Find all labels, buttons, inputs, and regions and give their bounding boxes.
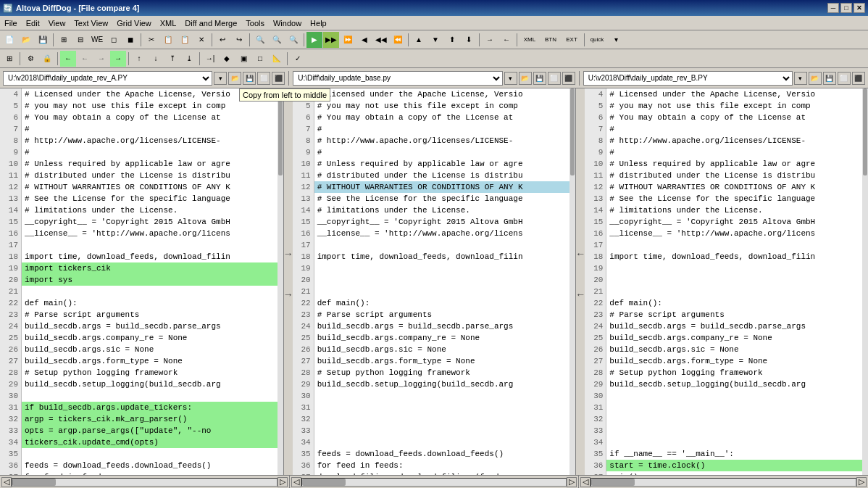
path-middle-arrow[interactable]: ▾ xyxy=(504,72,517,85)
tb2-btn16[interactable]: 📐 xyxy=(269,51,285,67)
tb-run2[interactable]: ▶▶ xyxy=(323,32,339,48)
tb2-btn13[interactable]: ◆ xyxy=(219,51,235,67)
tb-save[interactable]: 💾 xyxy=(35,32,51,48)
menu-item-text-view[interactable]: Text View xyxy=(70,16,112,30)
left-scrollbar[interactable] xyxy=(277,88,283,475)
menu-item-grid-view[interactable]: Grid View xyxy=(112,16,155,30)
tb2-btn2[interactable]: ⚙ xyxy=(22,51,38,67)
tb2-btn5[interactable]: ← xyxy=(77,51,93,67)
path-left-select[interactable]: U:\v2018\Diff\daily_update_rev_A.PY xyxy=(3,71,212,86)
tb2-btn1[interactable]: ⊞ xyxy=(1,51,17,67)
left-hscroll[interactable]: ◁ ▷ xyxy=(0,476,290,488)
path-right-open[interactable]: 📂 xyxy=(809,72,822,85)
middle-hscroll[interactable]: ◁ ▷ xyxy=(290,476,580,488)
tb-back2[interactable]: ◀◀ xyxy=(373,32,389,48)
tb2-btn8[interactable]: ↑ xyxy=(131,51,147,67)
menu-item-tools[interactable]: Tools xyxy=(241,16,269,30)
tb2-btn4[interactable]: ← xyxy=(60,51,76,67)
tb-paste[interactable]: 📋 xyxy=(177,32,193,48)
menu-item-view[interactable]: View xyxy=(44,16,70,30)
right-hscroll-track[interactable] xyxy=(591,478,856,487)
middle-scrollbar[interactable] xyxy=(569,88,575,475)
middle-hscroll-right[interactable]: ▷ xyxy=(567,477,577,487)
right-hscroll-thumb[interactable] xyxy=(591,479,635,486)
tb2-btn7[interactable]: → xyxy=(110,51,126,67)
middle-scroll-thumb[interactable] xyxy=(570,88,575,175)
minimize-button[interactable]: ─ xyxy=(827,3,839,13)
path-right-select[interactable]: U:\v2018\Diff\daily_update_rev_B.PY xyxy=(583,71,793,86)
menu-item-file[interactable]: File xyxy=(0,16,22,30)
tb-btn-btn[interactable]: BTN xyxy=(541,32,561,48)
tb-open[interactable]: 📂 xyxy=(18,32,34,48)
middle-hscroll-track[interactable] xyxy=(301,478,567,487)
tb-delete[interactable]: ✕ xyxy=(193,32,209,48)
path-left-btn1[interactable]: ⬜ xyxy=(257,72,270,85)
tb-btn5[interactable]: ◼ xyxy=(122,32,138,48)
path-middle-btn2[interactable]: ⬛ xyxy=(562,72,575,85)
middle-content[interactable]: 4567891011121314151617181920212223242526… xyxy=(293,88,576,475)
right-hscroll[interactable]: ◁ ▷ xyxy=(579,476,868,488)
tb-copy[interactable]: 📋 xyxy=(160,32,176,48)
tb-merge2[interactable]: ← xyxy=(498,32,514,48)
tb-btn2[interactable]: ⊟ xyxy=(72,32,88,48)
tb-down[interactable]: ▼ xyxy=(427,32,443,48)
tb-btn4[interactable]: ◻ xyxy=(106,32,122,48)
left-scroll-thumb[interactable] xyxy=(278,88,283,175)
tb-down2[interactable]: ⬇ xyxy=(461,32,477,48)
left-hscroll-thumb[interactable] xyxy=(12,479,56,486)
tb-undo[interactable]: ↩ xyxy=(214,32,230,48)
left-hscroll-right[interactable]: ▷ xyxy=(277,477,288,487)
path-right-btn2[interactable]: ⬛ xyxy=(852,72,865,85)
tb2-btn11[interactable]: ⤓ xyxy=(181,51,197,67)
right-scroll-thumb[interactable] xyxy=(863,88,867,175)
tb-run[interactable]: ▶ xyxy=(306,32,322,48)
path-left-arrow[interactable]: ▾ xyxy=(214,72,227,85)
middle-hscroll-left[interactable]: ◁ xyxy=(291,477,301,487)
path-left-open[interactable]: 📂 xyxy=(228,72,241,85)
tb-up[interactable]: ▲ xyxy=(411,32,427,48)
path-left-save[interactable]: 💾 xyxy=(243,72,256,85)
tb-merge1[interactable]: → xyxy=(482,32,498,48)
tb-back3[interactable]: ⏪ xyxy=(390,32,406,48)
tb-find3[interactable]: 🔍 xyxy=(285,32,301,48)
tb2-btn10[interactable]: ⤒ xyxy=(164,51,180,67)
tb-redo[interactable]: ↪ xyxy=(231,32,247,48)
path-middle-open[interactable]: 📂 xyxy=(519,72,532,85)
left-hscroll-left[interactable]: ◁ xyxy=(1,477,12,487)
path-right-btn1[interactable]: ⬜ xyxy=(838,72,851,85)
right-hscroll-right[interactable]: ▷ xyxy=(856,477,867,487)
tb-back[interactable]: ◀ xyxy=(356,32,372,48)
tb-btn-ext[interactable]: EXT xyxy=(562,32,582,48)
tb-new[interactable]: 📄 xyxy=(1,32,17,48)
tb2-btn9[interactable]: ↓ xyxy=(148,51,164,67)
menu-item-diff-and merge[interactable]: Diff and Merge xyxy=(180,16,241,30)
path-right-save[interactable]: 💾 xyxy=(823,72,836,85)
maximize-button[interactable]: □ xyxy=(840,3,852,13)
tb-find2[interactable]: 🔍 xyxy=(269,32,285,48)
tb-cut[interactable]: ✂ xyxy=(143,32,159,48)
tb-arrow[interactable]: ▾ xyxy=(608,32,624,48)
tb-btn3[interactable]: WE xyxy=(89,32,105,48)
tb2-btn3[interactable]: 🔒 xyxy=(39,51,55,67)
path-left-btn2[interactable]: ⬛ xyxy=(272,72,285,85)
tb2-btn12[interactable]: →| xyxy=(202,51,218,67)
path-middle-select[interactable]: U:\Diff\daily_update_base.py xyxy=(293,71,502,86)
left-content[interactable]: 4567891011121314151617181920212223242526… xyxy=(0,88,283,475)
path-middle-save[interactable]: 💾 xyxy=(533,72,546,85)
tb2-btn14[interactable]: ▣ xyxy=(235,51,251,67)
right-hscroll-left[interactable]: ◁ xyxy=(580,477,591,487)
tb2-btn6[interactable]: → xyxy=(93,51,109,67)
menu-item-window[interactable]: Window xyxy=(269,16,306,30)
tb-run3[interactable]: ⏩ xyxy=(340,32,356,48)
path-middle-btn1[interactable]: ⬜ xyxy=(548,72,561,85)
tb-xml[interactable]: XML xyxy=(519,32,540,48)
tb-up2[interactable]: ⬆ xyxy=(444,32,460,48)
path-right-arrow[interactable]: ▾ xyxy=(794,72,807,85)
tb2-btn15[interactable]: □ xyxy=(252,51,268,67)
menu-item-xml[interactable]: XML xyxy=(156,16,181,30)
right-scrollbar[interactable] xyxy=(862,88,868,475)
right-content[interactable]: 4567891011121314151617181920212223242526… xyxy=(585,88,868,475)
middle-hscroll-thumb[interactable] xyxy=(302,479,346,486)
close-button[interactable]: ✕ xyxy=(854,3,865,13)
tb2-btn17[interactable]: ✓ xyxy=(290,51,306,67)
